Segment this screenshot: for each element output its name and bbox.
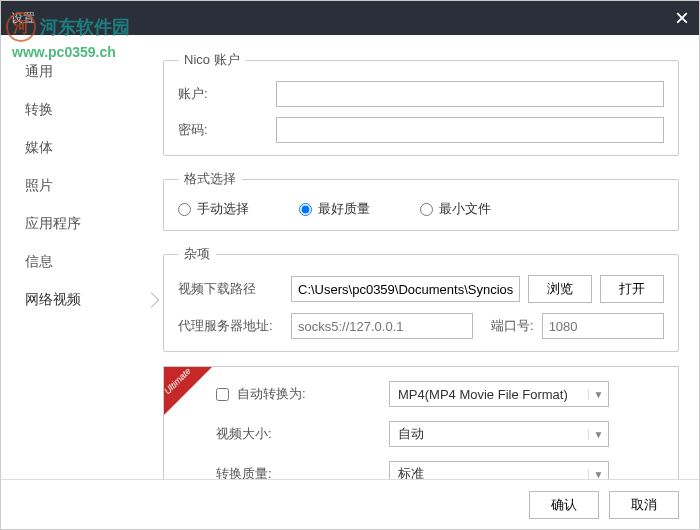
ultimate-ribbon-icon: Ultimate xyxy=(164,367,212,415)
window-title: 设置 xyxy=(11,10,35,27)
user-input[interactable] xyxy=(276,81,664,107)
port-label: 端口号: xyxy=(491,317,534,335)
chevron-down-icon: ▼ xyxy=(588,389,604,400)
ultimate-group: Ultimate 自动转换为: MP4(MP4 Movie File Forma… xyxy=(163,366,679,479)
sidebar-item-info[interactable]: 信息 xyxy=(1,243,151,281)
pass-input[interactable] xyxy=(276,117,664,143)
sidebar-item-general[interactable]: 通用 xyxy=(1,53,151,91)
ok-button[interactable]: 确认 xyxy=(529,491,599,519)
size-select[interactable]: 自动 ▼ xyxy=(389,421,609,447)
main-panel: Nico 账户 账户: 密码: 格式选择 手动选择 最好质量 xyxy=(151,35,699,479)
pass-label: 密码: xyxy=(178,121,268,139)
sidebar-item-online-video[interactable]: 网络视频 xyxy=(1,281,151,319)
radio-min-file[interactable]: 最小文件 xyxy=(420,200,491,218)
titlebar: 设置 × xyxy=(1,1,699,35)
download-path-label: 视频下载路径 xyxy=(178,280,283,298)
format-group: 格式选择 手动选择 最好质量 最小文件 xyxy=(163,170,679,231)
radio-best-quality[interactable]: 最好质量 xyxy=(299,200,370,218)
close-icon[interactable]: × xyxy=(675,6,689,30)
open-button[interactable]: 打开 xyxy=(600,275,664,303)
user-label: 账户: xyxy=(178,85,268,103)
chevron-down-icon: ▼ xyxy=(588,429,604,440)
proxy-input[interactable] xyxy=(291,313,473,339)
misc-group: 杂项 视频下载路径 浏览 打开 代理服务器地址: 端口号: xyxy=(163,245,679,352)
proxy-label: 代理服务器地址: xyxy=(178,317,283,335)
auto-convert-checkbox[interactable]: 自动转换为: xyxy=(216,385,381,403)
sidebar-item-convert[interactable]: 转换 xyxy=(1,91,151,129)
cancel-button[interactable]: 取消 xyxy=(609,491,679,519)
size-label: 视频大小: xyxy=(216,425,381,443)
sidebar-item-photo[interactable]: 照片 xyxy=(1,167,151,205)
chevron-down-icon: ▼ xyxy=(588,469,604,480)
nico-account-group: Nico 账户 账户: 密码: xyxy=(163,51,679,156)
footer: 确认 取消 xyxy=(1,479,699,529)
sidebar: 通用 转换 媒体 照片 应用程序 信息 网络视频 xyxy=(1,35,151,479)
misc-legend: 杂项 xyxy=(178,245,216,263)
sidebar-item-apps[interactable]: 应用程序 xyxy=(1,205,151,243)
format-select[interactable]: MP4(MP4 Movie File Format) ▼ xyxy=(389,381,609,407)
account-legend: Nico 账户 xyxy=(178,51,246,69)
quality-label: 转换质量: xyxy=(216,465,381,479)
sidebar-item-media[interactable]: 媒体 xyxy=(1,129,151,167)
download-path-input[interactable] xyxy=(291,276,520,302)
quality-select[interactable]: 标准 ▼ xyxy=(389,461,609,479)
browse-button[interactable]: 浏览 xyxy=(528,275,592,303)
port-input[interactable] xyxy=(542,313,664,339)
radio-manual[interactable]: 手动选择 xyxy=(178,200,249,218)
format-legend: 格式选择 xyxy=(178,170,242,188)
